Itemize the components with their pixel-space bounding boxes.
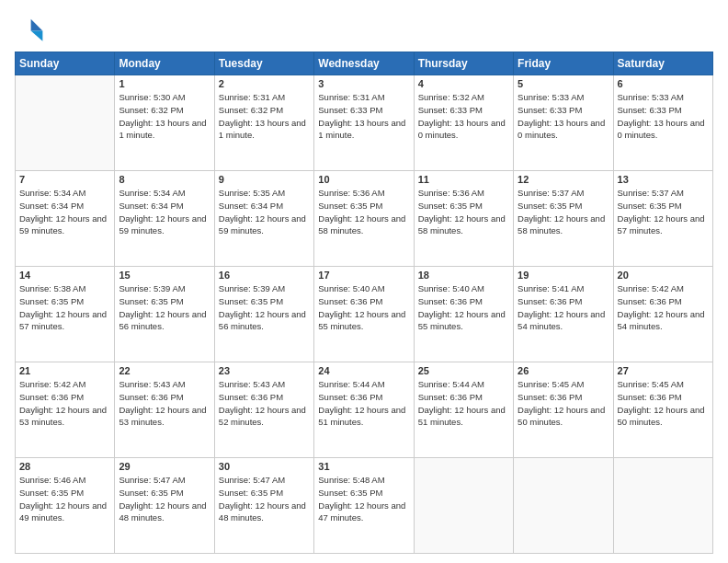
weekday-monday: Monday [115, 52, 214, 75]
day-number: 22 [119, 365, 210, 376]
week-row-3: 14Sunrise: 5:38 AMSunset: 6:35 PMDayligh… [16, 267, 713, 362]
calendar-cell [613, 458, 712, 554]
day-info: Sunrise: 5:39 AMSunset: 6:35 PMDaylight:… [119, 282, 210, 333]
day-info: Sunrise: 5:30 AMSunset: 6:32 PMDaylight:… [119, 91, 210, 142]
day-info: Sunrise: 5:45 AMSunset: 6:36 PMDaylight:… [518, 378, 609, 429]
logo-icon [15, 15, 44, 44]
calendar-cell: 23Sunrise: 5:43 AMSunset: 6:36 PMDayligh… [214, 362, 313, 458]
day-number: 28 [19, 461, 110, 472]
day-number: 15 [119, 270, 210, 281]
calendar-cell: 18Sunrise: 5:40 AMSunset: 6:36 PMDayligh… [414, 267, 513, 362]
calendar-cell: 30Sunrise: 5:47 AMSunset: 6:35 PMDayligh… [214, 458, 313, 554]
day-number: 26 [518, 365, 609, 376]
day-info: Sunrise: 5:31 AMSunset: 6:33 PMDaylight:… [318, 91, 409, 142]
calendar-cell: 15Sunrise: 5:39 AMSunset: 6:35 PMDayligh… [115, 267, 214, 362]
calendar-cell: 13Sunrise: 5:37 AMSunset: 6:35 PMDayligh… [613, 171, 712, 267]
day-number: 18 [418, 270, 509, 281]
calendar-cell: 27Sunrise: 5:45 AMSunset: 6:36 PMDayligh… [613, 362, 712, 458]
day-info: Sunrise: 5:45 AMSunset: 6:36 PMDaylight:… [618, 378, 709, 429]
calendar-cell: 2Sunrise: 5:31 AMSunset: 6:32 PMDaylight… [214, 75, 313, 171]
weekday-wednesday: Wednesday [314, 52, 414, 75]
calendar-cell: 24Sunrise: 5:44 AMSunset: 6:36 PMDayligh… [314, 362, 414, 458]
calendar-cell: 14Sunrise: 5:38 AMSunset: 6:35 PMDayligh… [16, 267, 115, 362]
day-number: 9 [219, 174, 310, 185]
calendar-cell: 19Sunrise: 5:41 AMSunset: 6:36 PMDayligh… [514, 267, 613, 362]
logo [15, 15, 48, 44]
page: SundayMondayTuesdayWednesdayThursdayFrid… [0, 0, 728, 563]
calendar-cell [16, 75, 115, 171]
calendar-cell: 7Sunrise: 5:34 AMSunset: 6:34 PMDaylight… [16, 171, 115, 267]
day-number: 27 [618, 365, 709, 376]
calendar-cell: 6Sunrise: 5:33 AMSunset: 6:33 PMDaylight… [613, 75, 712, 171]
day-info: Sunrise: 5:47 AMSunset: 6:35 PMDaylight:… [119, 474, 210, 524]
calendar-cell [514, 458, 613, 554]
day-info: Sunrise: 5:41 AMSunset: 6:36 PMDaylight:… [518, 282, 609, 333]
day-number: 2 [219, 78, 310, 89]
day-number: 29 [119, 461, 210, 472]
calendar-cell: 11Sunrise: 5:36 AMSunset: 6:35 PMDayligh… [414, 171, 513, 267]
calendar-cell: 16Sunrise: 5:39 AMSunset: 6:35 PMDayligh… [214, 267, 313, 362]
day-number: 24 [318, 365, 409, 376]
calendar-cell: 28Sunrise: 5:46 AMSunset: 6:35 PMDayligh… [16, 458, 115, 554]
day-number: 1 [119, 78, 210, 89]
day-info: Sunrise: 5:44 AMSunset: 6:36 PMDaylight:… [318, 378, 409, 429]
week-row-4: 21Sunrise: 5:42 AMSunset: 6:36 PMDayligh… [16, 362, 713, 458]
day-number: 6 [618, 78, 709, 89]
calendar-cell: 29Sunrise: 5:47 AMSunset: 6:35 PMDayligh… [115, 458, 214, 554]
calendar-cell: 25Sunrise: 5:44 AMSunset: 6:36 PMDayligh… [414, 362, 513, 458]
day-info: Sunrise: 5:32 AMSunset: 6:33 PMDaylight:… [418, 91, 509, 142]
weekday-sunday: Sunday [16, 52, 115, 75]
day-info: Sunrise: 5:43 AMSunset: 6:36 PMDaylight:… [119, 378, 210, 429]
calendar-cell: 1Sunrise: 5:30 AMSunset: 6:32 PMDaylight… [115, 75, 214, 171]
week-row-1: 1Sunrise: 5:30 AMSunset: 6:32 PMDaylight… [16, 75, 713, 171]
day-info: Sunrise: 5:37 AMSunset: 6:35 PMDaylight:… [618, 187, 709, 237]
calendar-cell: 22Sunrise: 5:43 AMSunset: 6:36 PMDayligh… [115, 362, 214, 458]
calendar-cell [414, 458, 513, 554]
calendar-cell: 26Sunrise: 5:45 AMSunset: 6:36 PMDayligh… [514, 362, 613, 458]
day-info: Sunrise: 5:48 AMSunset: 6:35 PMDaylight:… [318, 474, 409, 524]
day-number: 25 [418, 365, 509, 376]
day-info: Sunrise: 5:33 AMSunset: 6:33 PMDaylight:… [618, 91, 709, 142]
day-info: Sunrise: 5:46 AMSunset: 6:35 PMDaylight:… [19, 474, 110, 524]
day-info: Sunrise: 5:34 AMSunset: 6:34 PMDaylight:… [19, 187, 110, 237]
day-number: 3 [318, 78, 409, 89]
day-info: Sunrise: 5:36 AMSunset: 6:35 PMDaylight:… [318, 187, 409, 237]
day-info: Sunrise: 5:35 AMSunset: 6:34 PMDaylight:… [219, 187, 310, 237]
day-info: Sunrise: 5:38 AMSunset: 6:35 PMDaylight:… [19, 282, 110, 333]
day-number: 10 [318, 174, 409, 185]
day-number: 30 [219, 461, 310, 472]
day-info: Sunrise: 5:40 AMSunset: 6:36 PMDaylight:… [418, 282, 509, 333]
calendar-cell: 10Sunrise: 5:36 AMSunset: 6:35 PMDayligh… [314, 171, 414, 267]
calendar-cell: 9Sunrise: 5:35 AMSunset: 6:34 PMDaylight… [214, 171, 313, 267]
day-info: Sunrise: 5:44 AMSunset: 6:36 PMDaylight:… [418, 378, 509, 429]
svg-marker-0 [31, 19, 43, 31]
day-number: 4 [418, 78, 509, 89]
weekday-thursday: Thursday [414, 52, 513, 75]
day-info: Sunrise: 5:33 AMSunset: 6:33 PMDaylight:… [518, 91, 609, 142]
day-number: 19 [518, 270, 609, 281]
weekday-tuesday: Tuesday [214, 52, 313, 75]
week-row-5: 28Sunrise: 5:46 AMSunset: 6:35 PMDayligh… [16, 458, 713, 554]
day-number: 7 [19, 174, 110, 185]
calendar-table: SundayMondayTuesdayWednesdayThursdayFrid… [15, 52, 713, 554]
calendar-cell: 21Sunrise: 5:42 AMSunset: 6:36 PMDayligh… [16, 362, 115, 458]
day-info: Sunrise: 5:43 AMSunset: 6:36 PMDaylight:… [219, 378, 310, 429]
day-number: 17 [318, 270, 409, 281]
day-number: 23 [219, 365, 310, 376]
day-number: 14 [19, 270, 110, 281]
calendar-cell: 3Sunrise: 5:31 AMSunset: 6:33 PMDaylight… [314, 75, 414, 171]
week-row-2: 7Sunrise: 5:34 AMSunset: 6:34 PMDaylight… [16, 171, 713, 267]
day-info: Sunrise: 5:36 AMSunset: 6:35 PMDaylight:… [418, 187, 509, 237]
calendar-cell: 17Sunrise: 5:40 AMSunset: 6:36 PMDayligh… [314, 267, 414, 362]
day-number: 8 [119, 174, 210, 185]
day-number: 11 [418, 174, 509, 185]
day-info: Sunrise: 5:42 AMSunset: 6:36 PMDaylight:… [19, 378, 110, 429]
header [15, 15, 713, 44]
day-number: 16 [219, 270, 310, 281]
svg-marker-1 [31, 31, 43, 41]
calendar-cell: 5Sunrise: 5:33 AMSunset: 6:33 PMDaylight… [514, 75, 613, 171]
calendar-cell: 31Sunrise: 5:48 AMSunset: 6:35 PMDayligh… [314, 458, 414, 554]
day-info: Sunrise: 5:37 AMSunset: 6:35 PMDaylight:… [518, 187, 609, 237]
day-number: 12 [518, 174, 609, 185]
calendar-cell: 8Sunrise: 5:34 AMSunset: 6:34 PMDaylight… [115, 171, 214, 267]
